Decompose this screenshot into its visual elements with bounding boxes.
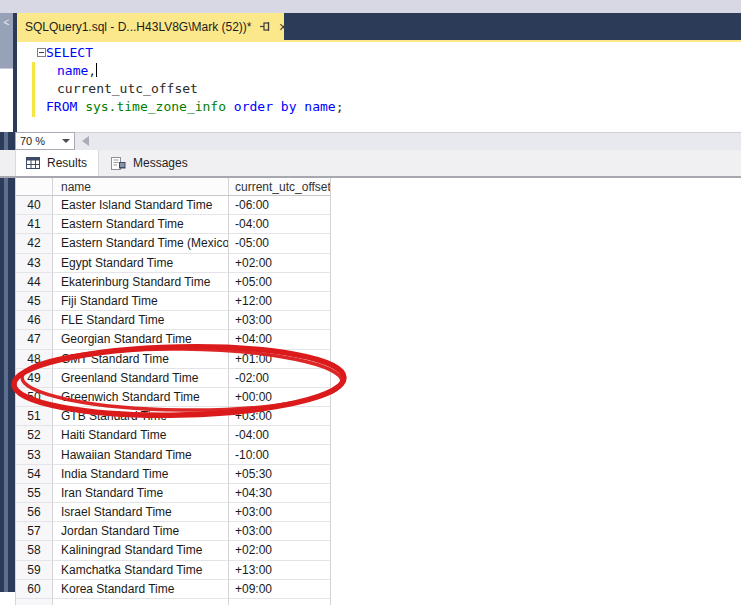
collapse-pane-strip[interactable]: <: [0, 13, 13, 69]
close-icon[interactable]: ✕: [279, 20, 288, 34]
utc-offset-cell[interactable]: -10:00: [229, 445, 331, 464]
utc-offset-cell[interactable]: -05:00: [229, 234, 331, 253]
editor-hscrollbar-track[interactable]: [15, 132, 741, 150]
row-number-cell[interactable]: 42: [16, 234, 53, 253]
sql-keyword: order by: [234, 99, 297, 114]
tab-results-label: Results: [47, 156, 87, 170]
timezone-name-cell[interactable]: Ekaterinburg Standard Time: [53, 273, 229, 292]
timezone-name-cell[interactable]: FLE Standard Time: [53, 311, 229, 330]
left-scroll-rail[interactable]: [0, 132, 13, 592]
results-grid-icon: [26, 157, 40, 169]
table-row: 59 Kamchatka Standard Time +13:00: [16, 561, 331, 580]
row-number-cell[interactable]: 54: [16, 465, 53, 484]
window-top-band: [0, 0, 741, 13]
row-number-cell[interactable]: 50: [16, 388, 53, 407]
row-number-cell[interactable]: 46: [16, 311, 53, 330]
code-fold-toggle[interactable]: [37, 48, 46, 57]
utc-offset-cell[interactable]: +04:30: [229, 484, 331, 503]
zoom-level-select[interactable]: 70 %: [15, 132, 75, 150]
timezone-name-cell[interactable]: Egypt Standard Time: [53, 254, 229, 273]
row-number-cell[interactable]: 43: [16, 254, 53, 273]
utc-offset-cell[interactable]: +13:00: [229, 561, 331, 580]
row-number-cell[interactable]: 60: [16, 580, 53, 599]
sql-column: current_utc_offset: [57, 81, 198, 96]
grid-corner-header[interactable]: [16, 178, 53, 196]
document-tab[interactable]: SQLQuery1.sql - D...H43LV8G\Mark (52))* …: [17, 13, 284, 40]
timezone-name-cell[interactable]: Jordan Standard Time: [53, 522, 229, 541]
tab-results[interactable]: Results: [15, 150, 99, 176]
timezone-name-cell[interactable]: Hawaiian Standard Time: [53, 445, 229, 464]
row-number-cell[interactable]: 58: [16, 541, 53, 560]
pin-icon[interactable]: [259, 20, 272, 34]
chevron-left-icon: <: [4, 17, 10, 28]
utc-offset-cell[interactable]: -04:00: [229, 215, 331, 234]
timezone-name-cell[interactable]: Israel Standard Time: [53, 503, 229, 522]
timezone-name-cell[interactable]: Greenwich Standard Time: [53, 388, 229, 407]
row-number-cell[interactable]: 55: [16, 484, 53, 503]
timezone-name-cell[interactable]: Kamchatka Standard Time: [53, 561, 229, 580]
code-line-1: SELECT: [46, 45, 93, 60]
timezone-name-cell[interactable]: GTB Standard Time: [53, 407, 229, 426]
table-row: 41 Eastern Standard Time -04:00: [16, 215, 331, 234]
utc-offset-cell[interactable]: +03:00: [229, 407, 331, 426]
table-row: 58 Kaliningrad Standard Time +02:00: [16, 541, 331, 560]
timezone-name-cell[interactable]: Fiji Standard Time: [53, 292, 229, 311]
utc-offset-cell[interactable]: +03:00: [229, 503, 331, 522]
tab-messages-label: Messages: [133, 156, 188, 170]
timezone-name-cell[interactable]: Eastern Standard Time: [53, 215, 229, 234]
timezone-name-cell[interactable]: Iran Standard Time: [53, 484, 229, 503]
timezone-name-cell[interactable]: Easter Island Standard Time: [53, 196, 229, 215]
row-number-cell[interactable]: 48: [16, 350, 53, 369]
utc-offset-cell[interactable]: +03:00: [229, 522, 331, 541]
row-number-cell[interactable]: 59: [16, 561, 53, 580]
row-number-cell[interactable]: 45: [16, 292, 53, 311]
table-row: 42 Eastern Standard Time (Mexico) -05:00: [16, 234, 331, 253]
row-number-cell[interactable]: 47: [16, 330, 53, 349]
table-row: 54 India Standard Time +05:30: [16, 465, 331, 484]
table-row: 52 Haiti Standard Time -04:00: [16, 426, 331, 445]
utc-offset-cell[interactable]: +01:00: [229, 350, 331, 369]
row-number-cell[interactable]: 44: [16, 273, 53, 292]
table-row: 49 Greenland Standard Time -02:00: [16, 369, 331, 388]
row-number-cell[interactable]: 56: [16, 503, 53, 522]
utc-offset-cell[interactable]: +12:00: [229, 292, 331, 311]
grid-column-header-offset[interactable]: current_utc_offset: [229, 178, 331, 196]
utc-offset-cell[interactable]: -04:00: [229, 426, 331, 445]
code-line-3: current_utc_offset: [57, 81, 198, 96]
left-scroll-rail-thumb[interactable]: [4, 132, 8, 592]
zoom-level-value: 70 %: [20, 135, 62, 147]
table-row: 57 Jordan Standard Time +03:00: [16, 522, 331, 541]
timezone-name-cell[interactable]: Kaliningrad Standard Time: [53, 541, 229, 560]
timezone-name-cell[interactable]: Korea Standard Time: [53, 580, 229, 599]
timezone-name-cell[interactable]: GMT Standard Time: [53, 350, 229, 369]
utc-offset-cell[interactable]: +00:00: [229, 388, 331, 407]
timezone-name-cell[interactable]: Eastern Standard Time (Mexico): [53, 234, 229, 253]
row-number-cell[interactable]: 49: [16, 369, 53, 388]
timezone-name-cell[interactable]: India Standard Time: [53, 465, 229, 484]
scroll-left-button[interactable]: [82, 136, 89, 146]
utc-offset-cell[interactable]: +03:00: [229, 311, 331, 330]
utc-offset-cell[interactable]: +04:00: [229, 330, 331, 349]
utc-offset-cell[interactable]: +02:00: [229, 541, 331, 560]
table-row: 53 Hawaiian Standard Time -10:00: [16, 445, 331, 464]
document-tab-bar: SQLQuery1.sql - D...H43LV8G\Mark (52))* …: [0, 13, 741, 40]
row-number-cell[interactable]: 51: [16, 407, 53, 426]
row-number-cell[interactable]: 40: [16, 196, 53, 215]
timezone-name-cell[interactable]: Georgian Standard Time: [53, 330, 229, 349]
timezone-name-cell[interactable]: Haiti Standard Time: [53, 426, 229, 445]
timezone-name-cell[interactable]: Greenland Standard Time: [53, 369, 229, 388]
row-number-cell[interactable]: 53: [16, 445, 53, 464]
row-number-cell[interactable]: 52: [16, 426, 53, 445]
utc-offset-cell[interactable]: +05:30: [229, 465, 331, 484]
utc-offset-cell[interactable]: +02:00: [229, 254, 331, 273]
row-number-cell[interactable]: 41: [16, 215, 53, 234]
utc-offset-cell[interactable]: +05:00: [229, 273, 331, 292]
sql-keyword: SELECT: [46, 45, 93, 60]
grid-column-header-name[interactable]: name: [53, 178, 229, 196]
table-row: 43 Egypt Standard Time +02:00: [16, 254, 331, 273]
tab-messages[interactable]: Messages: [101, 150, 195, 176]
utc-offset-cell[interactable]: -06:00: [229, 196, 331, 215]
utc-offset-cell[interactable]: -02:00: [229, 369, 331, 388]
row-number-cell[interactable]: 57: [16, 522, 53, 541]
utc-offset-cell[interactable]: +09:00: [229, 580, 331, 599]
